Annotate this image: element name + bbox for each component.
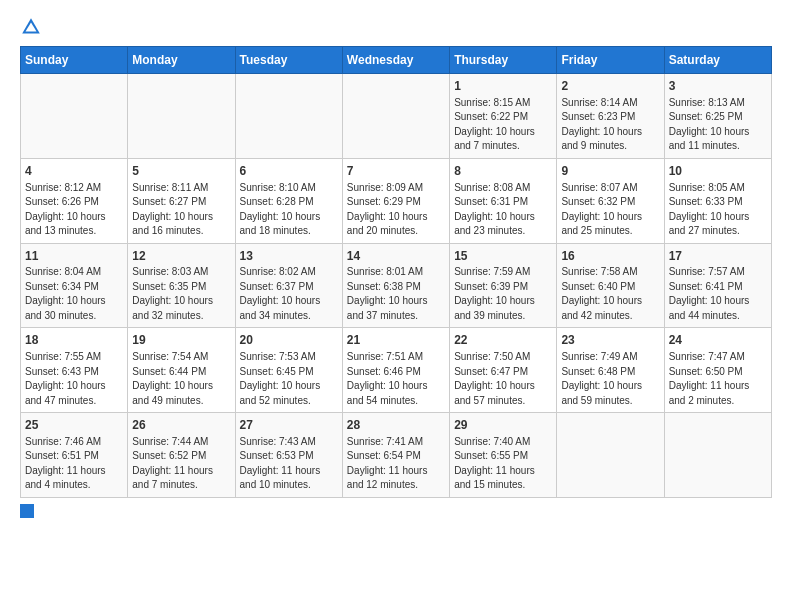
calendar-cell: 12Sunrise: 8:03 AMSunset: 6:35 PMDayligh…: [128, 243, 235, 328]
footer: [20, 504, 772, 518]
calendar-cell: 19Sunrise: 7:54 AMSunset: 6:44 PMDayligh…: [128, 328, 235, 413]
calendar-cell: 5Sunrise: 8:11 AMSunset: 6:27 PMDaylight…: [128, 158, 235, 243]
calendar-cell: 28Sunrise: 7:41 AMSunset: 6:54 PMDayligh…: [342, 413, 449, 498]
day-info: Sunrise: 7:54 AMSunset: 6:44 PMDaylight:…: [132, 350, 230, 408]
day-info: Sunrise: 8:13 AMSunset: 6:25 PMDaylight:…: [669, 96, 767, 154]
calendar-cell: [235, 74, 342, 159]
col-header-saturday: Saturday: [664, 47, 771, 74]
calendar-cell: 22Sunrise: 7:50 AMSunset: 6:47 PMDayligh…: [450, 328, 557, 413]
day-number: 26: [132, 417, 230, 434]
day-number: 1: [454, 78, 552, 95]
logo-icon: [20, 16, 42, 38]
calendar-cell: 23Sunrise: 7:49 AMSunset: 6:48 PMDayligh…: [557, 328, 664, 413]
day-number: 8: [454, 163, 552, 180]
day-info: Sunrise: 7:59 AMSunset: 6:39 PMDaylight:…: [454, 265, 552, 323]
day-info: Sunrise: 7:47 AMSunset: 6:50 PMDaylight:…: [669, 350, 767, 408]
day-info: Sunrise: 8:10 AMSunset: 6:28 PMDaylight:…: [240, 181, 338, 239]
day-number: 2: [561, 78, 659, 95]
col-header-friday: Friday: [557, 47, 664, 74]
day-info: Sunrise: 8:09 AMSunset: 6:29 PMDaylight:…: [347, 181, 445, 239]
day-info: Sunrise: 7:44 AMSunset: 6:52 PMDaylight:…: [132, 435, 230, 493]
day-number: 22: [454, 332, 552, 349]
calendar-cell: 9Sunrise: 8:07 AMSunset: 6:32 PMDaylight…: [557, 158, 664, 243]
calendar-cell: 29Sunrise: 7:40 AMSunset: 6:55 PMDayligh…: [450, 413, 557, 498]
day-info: Sunrise: 7:57 AMSunset: 6:41 PMDaylight:…: [669, 265, 767, 323]
calendar-cell: 17Sunrise: 7:57 AMSunset: 6:41 PMDayligh…: [664, 243, 771, 328]
day-info: Sunrise: 8:02 AMSunset: 6:37 PMDaylight:…: [240, 265, 338, 323]
day-info: Sunrise: 8:07 AMSunset: 6:32 PMDaylight:…: [561, 181, 659, 239]
day-info: Sunrise: 8:01 AMSunset: 6:38 PMDaylight:…: [347, 265, 445, 323]
day-info: Sunrise: 7:46 AMSunset: 6:51 PMDaylight:…: [25, 435, 123, 493]
day-info: Sunrise: 8:08 AMSunset: 6:31 PMDaylight:…: [454, 181, 552, 239]
calendar-cell: [128, 74, 235, 159]
calendar-cell: 10Sunrise: 8:05 AMSunset: 6:33 PMDayligh…: [664, 158, 771, 243]
day-info: Sunrise: 8:12 AMSunset: 6:26 PMDaylight:…: [25, 181, 123, 239]
day-info: Sunrise: 7:53 AMSunset: 6:45 PMDaylight:…: [240, 350, 338, 408]
calendar-cell: 1Sunrise: 8:15 AMSunset: 6:22 PMDaylight…: [450, 74, 557, 159]
week-row-1: 1Sunrise: 8:15 AMSunset: 6:22 PMDaylight…: [21, 74, 772, 159]
day-number: 10: [669, 163, 767, 180]
daylight-color-box: [20, 504, 34, 518]
col-header-sunday: Sunday: [21, 47, 128, 74]
calendar-body: 1Sunrise: 8:15 AMSunset: 6:22 PMDaylight…: [21, 74, 772, 498]
day-number: 7: [347, 163, 445, 180]
day-number: 20: [240, 332, 338, 349]
day-info: Sunrise: 8:03 AMSunset: 6:35 PMDaylight:…: [132, 265, 230, 323]
day-number: 16: [561, 248, 659, 265]
calendar-cell: 24Sunrise: 7:47 AMSunset: 6:50 PMDayligh…: [664, 328, 771, 413]
page-header: [20, 16, 772, 38]
logo: [20, 16, 46, 38]
calendar-cell: [664, 413, 771, 498]
calendar-cell: 4Sunrise: 8:12 AMSunset: 6:26 PMDaylight…: [21, 158, 128, 243]
day-info: Sunrise: 8:14 AMSunset: 6:23 PMDaylight:…: [561, 96, 659, 154]
day-number: 13: [240, 248, 338, 265]
day-number: 23: [561, 332, 659, 349]
day-info: Sunrise: 7:50 AMSunset: 6:47 PMDaylight:…: [454, 350, 552, 408]
calendar-cell: 11Sunrise: 8:04 AMSunset: 6:34 PMDayligh…: [21, 243, 128, 328]
calendar-cell: 26Sunrise: 7:44 AMSunset: 6:52 PMDayligh…: [128, 413, 235, 498]
calendar-cell: 3Sunrise: 8:13 AMSunset: 6:25 PMDaylight…: [664, 74, 771, 159]
calendar-cell: [557, 413, 664, 498]
day-number: 3: [669, 78, 767, 95]
calendar-page: SundayMondayTuesdayWednesdayThursdayFrid…: [0, 0, 792, 528]
col-header-thursday: Thursday: [450, 47, 557, 74]
calendar-cell: 18Sunrise: 7:55 AMSunset: 6:43 PMDayligh…: [21, 328, 128, 413]
calendar-table: SundayMondayTuesdayWednesdayThursdayFrid…: [20, 46, 772, 498]
day-number: 6: [240, 163, 338, 180]
day-info: Sunrise: 8:05 AMSunset: 6:33 PMDaylight:…: [669, 181, 767, 239]
day-info: Sunrise: 7:43 AMSunset: 6:53 PMDaylight:…: [240, 435, 338, 493]
day-info: Sunrise: 8:15 AMSunset: 6:22 PMDaylight:…: [454, 96, 552, 154]
calendar-cell: 21Sunrise: 7:51 AMSunset: 6:46 PMDayligh…: [342, 328, 449, 413]
header-row: SundayMondayTuesdayWednesdayThursdayFrid…: [21, 47, 772, 74]
day-number: 29: [454, 417, 552, 434]
day-info: Sunrise: 8:04 AMSunset: 6:34 PMDaylight:…: [25, 265, 123, 323]
calendar-cell: 15Sunrise: 7:59 AMSunset: 6:39 PMDayligh…: [450, 243, 557, 328]
day-number: 27: [240, 417, 338, 434]
week-row-4: 18Sunrise: 7:55 AMSunset: 6:43 PMDayligh…: [21, 328, 772, 413]
day-info: Sunrise: 7:40 AMSunset: 6:55 PMDaylight:…: [454, 435, 552, 493]
calendar-cell: [342, 74, 449, 159]
day-info: Sunrise: 7:58 AMSunset: 6:40 PMDaylight:…: [561, 265, 659, 323]
calendar-cell: 2Sunrise: 8:14 AMSunset: 6:23 PMDaylight…: [557, 74, 664, 159]
day-number: 18: [25, 332, 123, 349]
week-row-5: 25Sunrise: 7:46 AMSunset: 6:51 PMDayligh…: [21, 413, 772, 498]
calendar-cell: 20Sunrise: 7:53 AMSunset: 6:45 PMDayligh…: [235, 328, 342, 413]
day-number: 28: [347, 417, 445, 434]
day-number: 25: [25, 417, 123, 434]
day-number: 15: [454, 248, 552, 265]
day-number: 17: [669, 248, 767, 265]
week-row-3: 11Sunrise: 8:04 AMSunset: 6:34 PMDayligh…: [21, 243, 772, 328]
day-info: Sunrise: 8:11 AMSunset: 6:27 PMDaylight:…: [132, 181, 230, 239]
calendar-cell: 13Sunrise: 8:02 AMSunset: 6:37 PMDayligh…: [235, 243, 342, 328]
col-header-monday: Monday: [128, 47, 235, 74]
day-info: Sunrise: 7:55 AMSunset: 6:43 PMDaylight:…: [25, 350, 123, 408]
calendar-cell: 7Sunrise: 8:09 AMSunset: 6:29 PMDaylight…: [342, 158, 449, 243]
calendar-cell: 25Sunrise: 7:46 AMSunset: 6:51 PMDayligh…: [21, 413, 128, 498]
day-number: 21: [347, 332, 445, 349]
day-number: 9: [561, 163, 659, 180]
day-info: Sunrise: 7:41 AMSunset: 6:54 PMDaylight:…: [347, 435, 445, 493]
day-number: 14: [347, 248, 445, 265]
calendar-cell: 27Sunrise: 7:43 AMSunset: 6:53 PMDayligh…: [235, 413, 342, 498]
day-number: 4: [25, 163, 123, 180]
day-info: Sunrise: 7:49 AMSunset: 6:48 PMDaylight:…: [561, 350, 659, 408]
